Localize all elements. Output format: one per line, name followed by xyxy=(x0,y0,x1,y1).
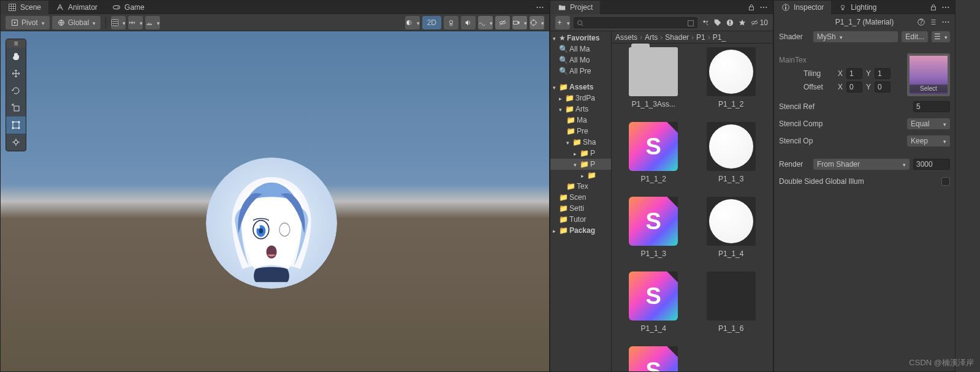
svg-rect-42 xyxy=(842,9,845,10)
svg-point-1 xyxy=(118,7,119,8)
stencil-ref-input[interactable]: 5 xyxy=(913,101,950,112)
grid-item[interactable]: S xyxy=(615,346,692,371)
svg-rect-32 xyxy=(688,20,693,26)
grid-snap-button[interactable] xyxy=(111,16,126,29)
menu-icon[interactable] xyxy=(759,3,768,12)
offset-x-input[interactable]: 0 xyxy=(846,82,862,93)
grid-item[interactable]: P1_1_4 xyxy=(693,197,770,270)
tree-3rdparty[interactable]: 📁 3rdPa xyxy=(550,93,611,104)
tree-packages[interactable]: 📁 Packag xyxy=(550,225,611,236)
offset-y-input[interactable]: 0 xyxy=(875,82,891,93)
lock-icon[interactable] xyxy=(747,3,756,12)
tab-animator[interactable]: Animator xyxy=(48,1,105,14)
tree-prefabs[interactable]: 📁 Pre xyxy=(550,126,611,137)
help-icon[interactable]: ? xyxy=(917,18,925,26)
search-input[interactable] xyxy=(574,17,697,28)
scene-viewport[interactable]: ≡ xyxy=(1,31,549,371)
issue-icon[interactable] xyxy=(726,18,734,27)
rect-tool[interactable] xyxy=(6,116,26,134)
more-icon[interactable] xyxy=(941,18,950,26)
search-scope-icon[interactable] xyxy=(686,19,695,28)
double-sided-checkbox[interactable] xyxy=(941,177,950,186)
rotate-tool[interactable] xyxy=(6,82,26,99)
tree-arts[interactable]: 📁 Arts xyxy=(550,104,611,115)
tab-scene-label: Scene xyxy=(20,3,41,12)
tab-scene[interactable]: Scene xyxy=(1,1,48,14)
tree-p-b[interactable]: 📁 P xyxy=(550,159,611,170)
global-dropdown[interactable]: Global xyxy=(52,16,101,29)
tree-settings[interactable]: 📁 Setti xyxy=(550,203,611,214)
crumb-0[interactable]: Assets xyxy=(615,33,637,42)
transform-tool[interactable] xyxy=(6,134,26,151)
tree-textures[interactable]: 📁 Tex xyxy=(550,181,611,192)
filter-label-icon[interactable] xyxy=(713,18,722,27)
grid-item[interactable]: P1_1_2 xyxy=(693,47,770,121)
mat-thumb xyxy=(707,47,756,96)
overlay-grip[interactable]: ≡ xyxy=(6,39,26,48)
grid-item[interactable]: SP1_1_3 xyxy=(615,197,692,270)
svg-point-6 xyxy=(14,21,16,23)
create-button[interactable]: ＋ xyxy=(555,16,570,29)
lock-icon[interactable] xyxy=(929,3,938,12)
shader-menu-button[interactable]: ☰ xyxy=(932,31,950,42)
grid-item[interactable]: SP1_1_2 xyxy=(615,122,692,195)
tree-favorites[interactable]: ★ Favorites xyxy=(550,32,611,44)
tree-all-prefabs[interactable]: 🔍 All Pre xyxy=(550,66,611,77)
tree-scenes[interactable]: 📁 Scen xyxy=(550,192,611,203)
stencil-op-dropdown[interactable]: Keep xyxy=(907,135,950,146)
tree-materials[interactable]: 📁 Ma xyxy=(550,115,611,126)
tab-lighting[interactable]: Lighting xyxy=(831,1,884,14)
pivot-dropdown[interactable]: Pivot xyxy=(6,16,50,29)
snap-increment-button[interactable] xyxy=(128,16,143,29)
grid-item[interactable]: SP1_1_4 xyxy=(615,271,692,345)
gizmos-button[interactable] xyxy=(530,16,544,29)
fx-toggle-button[interactable] xyxy=(478,16,493,29)
grid-item[interactable]: P1_1_3 xyxy=(693,122,770,195)
grid-item[interactable]: P1_1_3Ass... xyxy=(615,47,692,121)
snap-toggle-button[interactable] xyxy=(145,16,160,29)
preset-icon[interactable] xyxy=(929,18,938,26)
tree-assets[interactable]: 📁 Assets xyxy=(550,82,611,93)
visibility-button[interactable] xyxy=(495,16,510,29)
menu-icon[interactable] xyxy=(941,3,950,12)
render-mode-dropdown[interactable]: From Shader xyxy=(813,159,910,170)
favorite-icon[interactable] xyxy=(738,18,746,27)
tab-game[interactable]: Game xyxy=(105,1,152,14)
tree-all-models[interactable]: 🔍 All Mo xyxy=(550,55,611,66)
shader-dropdown[interactable]: MySh xyxy=(813,31,898,42)
crumb-1[interactable]: Arts xyxy=(645,33,658,42)
tab-project[interactable]: Project xyxy=(550,1,600,14)
2d-toggle-button[interactable]: 2D xyxy=(422,16,441,29)
crumb-3[interactable]: P1 xyxy=(696,33,705,42)
tree-shaders[interactable]: 📁 Sha xyxy=(550,137,611,148)
lighting-toggle-button[interactable] xyxy=(444,16,458,29)
crumb-4[interactable]: P1_ xyxy=(713,33,726,42)
tab-inspector[interactable]: Inspector xyxy=(774,1,831,14)
hand-tool[interactable] xyxy=(6,48,26,65)
scene-sprite-object[interactable] xyxy=(206,158,337,289)
svg-point-25 xyxy=(279,223,290,236)
audio-toggle-button[interactable] xyxy=(461,16,476,29)
svg-point-50 xyxy=(945,21,946,23)
chevron-down-icon xyxy=(488,18,493,27)
grid-item[interactable]: P1_1_6 xyxy=(693,271,770,345)
chevron-down-icon xyxy=(540,18,544,27)
tree-tutorial[interactable]: 📁 Tutor xyxy=(550,214,611,225)
menu-icon[interactable] xyxy=(536,3,544,12)
stencil-comp-dropdown[interactable]: Equal xyxy=(907,118,950,129)
tree-p-a[interactable]: 📁 P xyxy=(550,148,611,159)
move-tool[interactable] xyxy=(6,65,26,82)
scale-tool[interactable] xyxy=(6,99,26,116)
filter-type-icon[interactable] xyxy=(701,18,710,27)
camera-button[interactable] xyxy=(512,16,527,29)
hidden-count[interactable]: 10 xyxy=(750,18,768,27)
tiling-x-input[interactable]: 1 xyxy=(846,68,862,79)
tiling-y-input[interactable]: 1 xyxy=(875,68,891,79)
texture-preview[interactable]: Select xyxy=(907,53,950,96)
shading-mode-button[interactable] xyxy=(405,16,420,29)
render-queue-input[interactable]: 3000 xyxy=(913,159,950,170)
crumb-2[interactable]: Shader xyxy=(665,33,689,42)
tree-all-materials[interactable]: 🔍 All Ma xyxy=(550,44,611,55)
edit-shader-button[interactable]: Edit... xyxy=(902,31,928,42)
tree-p-sub[interactable]: 📁 xyxy=(550,170,611,181)
